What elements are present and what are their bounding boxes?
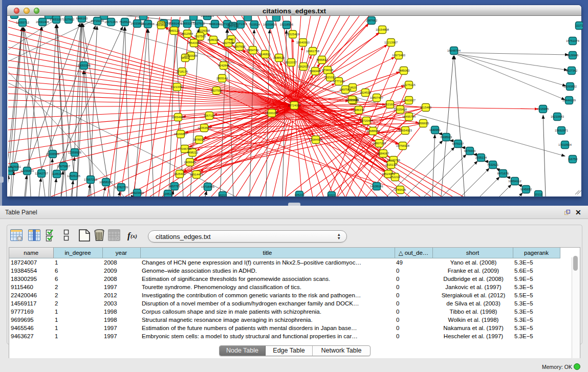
svg-text:14055712: 14055712 <box>16 21 29 24</box>
svg-text:2718176: 2718176 <box>177 70 188 73</box>
svg-text:2803144: 2803144 <box>216 77 228 80</box>
svg-text:16120746: 16120746 <box>387 159 400 162</box>
svg-text:10975867: 10975867 <box>57 165 70 168</box>
svg-text:62160: 62160 <box>386 103 394 106</box>
svg-text:9327552: 9327552 <box>211 89 223 92</box>
svg-text:8938923: 8938923 <box>441 136 452 139</box>
svg-text:15751074: 15751074 <box>566 39 580 42</box>
svg-text:9115460: 9115460 <box>420 106 431 109</box>
svg-text:10807487: 10807487 <box>370 96 383 99</box>
svg-text:8215955: 8215955 <box>537 107 549 111</box>
svg-text:10154808: 10154808 <box>376 28 389 31</box>
svg-text:10025438: 10025438 <box>394 108 407 111</box>
svg-text:17957223: 17957223 <box>84 178 97 181</box>
svg-text:8454749: 8454749 <box>247 49 259 52</box>
svg-text:9474444: 9474444 <box>464 149 476 152</box>
svg-text:15692971: 15692971 <box>555 129 568 132</box>
svg-text:3878334: 3878334 <box>193 138 205 141</box>
svg-text:9129946: 9129946 <box>567 54 579 57</box>
svg-text:7625402: 7625402 <box>174 172 186 176</box>
svg-text:10653267: 10653267 <box>181 22 194 25</box>
svg-text:7663822: 7663822 <box>156 24 167 27</box>
svg-text:19218506: 19218506 <box>141 23 155 26</box>
svg-text:17010504: 17010504 <box>558 143 572 146</box>
svg-text:7515524: 7515524 <box>249 23 260 26</box>
svg-text:7485063: 7485063 <box>398 69 410 72</box>
svg-text:4498222: 4498222 <box>187 151 199 154</box>
svg-text:12444139: 12444139 <box>562 99 576 102</box>
svg-text:9657791: 9657791 <box>169 185 181 188</box>
svg-text:1527602: 1527602 <box>193 22 205 25</box>
svg-text:2367608: 2367608 <box>234 45 246 48</box>
svg-text:14136141: 14136141 <box>370 185 383 188</box>
svg-text:16648784: 16648784 <box>447 49 461 52</box>
svg-text:8990448: 8990448 <box>310 70 321 73</box>
svg-text:12275115: 12275115 <box>402 83 415 86</box>
svg-text:19218506: 19218506 <box>280 23 293 26</box>
svg-text:8322037: 8322037 <box>286 61 297 64</box>
svg-text:16961758: 16961758 <box>306 50 319 53</box>
svg-text:8471676: 8471676 <box>497 172 509 175</box>
svg-text:7515524: 7515524 <box>119 20 131 24</box>
svg-text:19463627: 19463627 <box>402 99 416 102</box>
svg-text:18807249: 18807249 <box>373 142 386 145</box>
svg-text:15716485: 15716485 <box>201 185 214 188</box>
svg-text:2087662: 2087662 <box>366 19 378 22</box>
svg-text:6466160: 6466160 <box>209 23 221 26</box>
svg-text:7632621: 7632621 <box>487 163 499 166</box>
svg-text:12923448: 12923448 <box>130 191 144 194</box>
svg-text:9146821: 9146821 <box>259 53 271 56</box>
svg-text:18300295: 18300295 <box>265 112 278 115</box>
svg-text:6466160: 6466160 <box>76 17 88 20</box>
svg-text:9327508: 9327508 <box>223 41 234 45</box>
svg-text:20691406: 20691406 <box>169 22 182 25</box>
svg-text:6879197: 6879197 <box>452 142 464 145</box>
svg-text:8912954: 8912954 <box>182 32 193 35</box>
svg-text:1588520: 1588520 <box>273 56 285 59</box>
svg-text:16210643: 16210643 <box>551 115 564 118</box>
svg-text:12359926: 12359926 <box>68 151 81 154</box>
svg-text:15720407: 15720407 <box>360 119 373 122</box>
svg-text:546: 546 <box>229 38 234 41</box>
svg-text:19756928: 19756928 <box>396 144 409 147</box>
svg-text:7357224: 7357224 <box>227 25 239 28</box>
svg-text:19166857: 19166857 <box>174 133 187 136</box>
svg-text:1621022: 1621022 <box>324 76 336 79</box>
svg-text:12213363: 12213363 <box>170 85 184 89</box>
svg-text:16033809: 16033809 <box>263 23 276 26</box>
svg-text:20691406: 20691406 <box>36 20 49 24</box>
svg-text:9245652: 9245652 <box>520 188 532 191</box>
svg-text:6899695: 6899695 <box>418 122 429 125</box>
svg-text:18325419: 18325419 <box>286 33 299 36</box>
svg-text:252214: 252214 <box>390 176 400 179</box>
svg-text:14435061: 14435061 <box>8 165 21 168</box>
svg-text:10112: 10112 <box>534 193 542 196</box>
svg-text:1640951: 1640951 <box>429 128 441 132</box>
svg-text:18724007: 18724007 <box>288 104 301 107</box>
svg-text:10688609: 10688609 <box>366 129 380 133</box>
svg-text:105233: 105233 <box>294 193 304 196</box>
svg-text:3915061: 3915061 <box>8 169 15 172</box>
svg-text:3267110: 3267110 <box>204 114 215 117</box>
svg-text:10719155: 10719155 <box>91 19 104 23</box>
svg-text:10973493: 10973493 <box>392 54 405 57</box>
svg-text:116753: 116753 <box>568 158 578 161</box>
svg-text:14914479: 14914479 <box>190 173 203 176</box>
svg-text:10543382: 10543382 <box>187 41 201 45</box>
svg-text:9777169: 9777169 <box>333 80 345 83</box>
svg-text:7986372: 7986372 <box>353 108 365 112</box>
svg-text:9227342: 9227342 <box>566 69 578 72</box>
svg-text:8186328: 8186328 <box>208 38 220 41</box>
svg-text:12505135: 12505135 <box>67 174 80 178</box>
svg-text:12353594: 12353594 <box>198 126 211 129</box>
svg-text:18640910: 18640910 <box>296 41 310 44</box>
svg-text:98902: 98902 <box>181 56 189 59</box>
svg-text:11172: 11172 <box>575 24 583 27</box>
svg-text:2935134: 2935134 <box>475 156 487 159</box>
svg-text:12942737: 12942737 <box>35 172 48 175</box>
svg-text:10654985: 10654985 <box>171 116 185 119</box>
svg-text:8960124: 8960124 <box>168 29 180 32</box>
svg-text:12156823: 12156823 <box>20 169 34 172</box>
svg-text:1362615: 1362615 <box>298 65 310 68</box>
svg-text:16671355: 16671355 <box>104 20 118 24</box>
